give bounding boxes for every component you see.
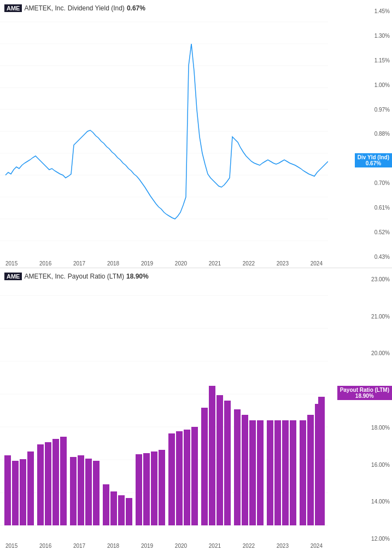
- top-value: 0.67%: [127, 4, 145, 12]
- svg-rect-24: [45, 442, 51, 525]
- y-label-top-4: 1.00%: [364, 82, 390, 88]
- payout-ratio-chart: [0, 268, 328, 550]
- y-label-top-8: 0.70%: [364, 180, 390, 186]
- y-label-bot-6: 16.00%: [364, 462, 390, 468]
- x-axis-bottom: 2015 2016 2017 2018 2019 2020 2021 2022 …: [0, 543, 328, 549]
- bottom-ticker: AME: [4, 273, 22, 280]
- svg-rect-31: [103, 484, 109, 525]
- x-bot-2021: 2021: [209, 543, 221, 549]
- y-label-top-9: 0.61%: [364, 205, 390, 211]
- svg-rect-36: [143, 453, 150, 525]
- top-ticker: AME: [4, 4, 22, 12]
- tooltip-payout-label: Payout Ratio (LTM): [340, 387, 389, 393]
- svg-rect-41: [184, 430, 190, 525]
- svg-rect-28: [78, 455, 84, 525]
- svg-rect-26: [60, 437, 67, 525]
- x-label-2020: 2020: [175, 260, 187, 267]
- div-yield-tooltip: Div Yld (Ind) 0.67%: [355, 153, 392, 167]
- y-label-top-5: 0.97%: [364, 107, 390, 113]
- svg-rect-27: [70, 457, 77, 525]
- top-chart: AME AMETEK, Inc. Dividend Yield (Ind) 0.…: [0, 0, 392, 268]
- svg-rect-40: [176, 431, 183, 525]
- svg-rect-33: [118, 495, 125, 525]
- x-label-2018: 2018: [107, 260, 119, 267]
- svg-rect-20: [12, 461, 19, 525]
- top-metric: Dividend Yield (Ind): [68, 4, 125, 12]
- svg-rect-30: [93, 461, 100, 525]
- svg-rect-58: [318, 397, 325, 525]
- chart-container: AME AMETEK, Inc. Dividend Yield (Ind) 0.…: [0, 0, 392, 550]
- x-label-2019: 2019: [141, 260, 153, 267]
- x-label-2022: 2022: [243, 260, 255, 267]
- y-label-bot-1: 23.00%: [364, 276, 390, 282]
- x-bot-2018: 2018: [107, 543, 119, 549]
- svg-rect-48: [242, 415, 248, 525]
- svg-rect-56: [307, 415, 314, 525]
- y-label-bot-8: 12.00%: [364, 536, 390, 542]
- y-axis-bottom: 23.00% 21.00% 20.00% 19.00% 18.00% 16.00…: [362, 268, 392, 550]
- y-label-bot-7: 14.00%: [364, 499, 390, 505]
- x-label-2017: 2017: [73, 260, 85, 267]
- y-label-bot-5: 18.00%: [364, 425, 390, 431]
- y-axis-top: 1.45% 1.30% 1.15% 1.00% 0.97% 0.88% 0.79…: [362, 0, 392, 268]
- x-label-2023: 2023: [277, 260, 289, 267]
- x-bot-2022: 2022: [243, 543, 255, 549]
- y-label-bot-2: 21.00%: [364, 314, 390, 320]
- svg-rect-47: [234, 409, 241, 525]
- svg-rect-51: [267, 420, 273, 525]
- x-label-2016: 2016: [39, 260, 51, 267]
- dividend-yield-chart: [0, 0, 328, 268]
- payout-ratio-tooltip: Payout Ratio (LTM) 18.90%: [337, 386, 392, 400]
- svg-rect-46: [224, 401, 231, 525]
- y-label-top-3: 1.15%: [364, 57, 390, 63]
- svg-rect-50: [257, 420, 264, 525]
- x-bot-2015: 2015: [5, 543, 17, 549]
- tooltip-div-yld-label: Div Yld (Ind): [358, 154, 389, 160]
- x-label-2024: 2024: [311, 260, 323, 267]
- bottom-chart-header: AME AMETEK, Inc. Payout Ratio (LTM) 18.9…: [4, 273, 149, 280]
- y-label-top-6: 0.88%: [364, 131, 390, 137]
- svg-rect-22: [27, 451, 34, 525]
- x-bot-2017: 2017: [73, 543, 85, 549]
- x-bot-2016: 2016: [39, 543, 51, 549]
- bottom-value: 18.90%: [126, 273, 149, 280]
- x-bot-2020: 2020: [175, 543, 187, 549]
- y-label-bot-3: 20.00%: [364, 350, 390, 356]
- bottom-chart: AME AMETEK, Inc. Payout Ratio (LTM) 18.9…: [0, 268, 392, 550]
- svg-rect-44: [209, 386, 215, 525]
- svg-rect-49: [249, 420, 256, 525]
- svg-rect-19: [4, 455, 11, 525]
- svg-rect-25: [52, 439, 59, 525]
- svg-rect-23: [37, 444, 44, 525]
- svg-rect-53: [282, 420, 289, 525]
- x-bot-2024: 2024: [311, 543, 323, 549]
- bottom-metric: Payout Ratio (LTM): [68, 273, 124, 280]
- svg-rect-21: [20, 459, 26, 525]
- y-label-top-10: 0.52%: [364, 229, 390, 235]
- svg-rect-43: [201, 408, 208, 525]
- y-label-top-1: 1.45%: [364, 8, 390, 14]
- svg-rect-52: [274, 420, 281, 525]
- x-label-2021: 2021: [209, 260, 221, 267]
- bottom-company: AMETEK, Inc.: [24, 273, 65, 280]
- svg-rect-39: [168, 433, 175, 525]
- x-bot-2019: 2019: [141, 543, 153, 549]
- svg-rect-37: [151, 451, 157, 525]
- x-bot-2023: 2023: [277, 543, 289, 549]
- svg-rect-29: [85, 459, 92, 525]
- top-chart-header: AME AMETEK, Inc. Dividend Yield (Ind) 0.…: [4, 4, 145, 12]
- svg-rect-45: [217, 395, 223, 525]
- tooltip-payout-value: 18.90%: [340, 393, 389, 399]
- svg-rect-35: [136, 454, 142, 525]
- x-axis-top: 2015 2016 2017 2018 2019 2020 2021 2022 …: [0, 260, 328, 267]
- svg-rect-42: [191, 427, 198, 525]
- y-label-top-2: 1.30%: [364, 33, 390, 39]
- top-company: AMETEK, Inc.: [24, 4, 65, 12]
- x-label-2015: 2015: [5, 260, 17, 267]
- y-label-top-11: 0.43%: [364, 254, 390, 260]
- svg-rect-54: [290, 420, 296, 525]
- svg-rect-34: [126, 498, 132, 525]
- svg-rect-32: [110, 491, 117, 525]
- svg-rect-55: [300, 420, 306, 525]
- svg-rect-38: [159, 450, 165, 525]
